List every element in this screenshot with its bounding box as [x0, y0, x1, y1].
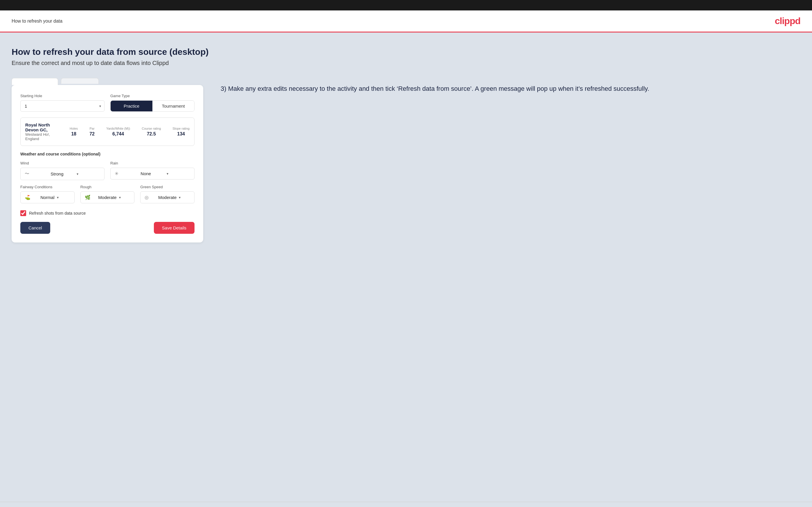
- fairway-select[interactable]: ⛳ Normal ▾: [20, 191, 74, 203]
- course-name-block: Royal North Devon GC, Westward Ho!, Engl…: [25, 122, 58, 141]
- form-card: Starting Hole 1 ▾ Game Type Practice To: [12, 85, 203, 242]
- partial-tab-2: [61, 78, 99, 84]
- course-rating-label: Course rating: [142, 127, 161, 130]
- content-area: Starting Hole 1 ▾ Game Type Practice To: [12, 78, 800, 242]
- cancel-button[interactable]: Cancel: [20, 222, 50, 234]
- rough-icon: 🌿: [85, 194, 96, 200]
- wind-rain-row: Wind 〜 Strong ▾ Rain ✳ None ▾: [20, 161, 195, 180]
- refresh-checkbox-label: Refresh shots from data source: [29, 211, 86, 216]
- holes-label: Holes: [70, 127, 78, 130]
- holes-value: 18: [70, 131, 78, 136]
- slope-rating-value: 134: [172, 131, 190, 136]
- rain-select[interactable]: ✳ None ▾: [110, 168, 195, 179]
- rough-chevron-icon: ▾: [119, 195, 130, 200]
- green-speed-icon: ◎: [145, 194, 156, 200]
- course-name: Royal North Devon GC,: [25, 122, 58, 132]
- green-speed-chevron-icon: ▾: [179, 195, 190, 200]
- par-label: Par: [89, 127, 95, 130]
- starting-hole-select[interactable]: 1: [20, 100, 104, 112]
- fairway-value: Normal: [40, 195, 54, 200]
- rain-chevron-icon: ▾: [167, 172, 190, 176]
- header-title: How to refresh your data: [12, 18, 62, 24]
- footer: Copyright Clippd 2022: [0, 502, 812, 507]
- green-speed-group: Green Speed ◎ Moderate ▾: [140, 185, 195, 203]
- par-stat: Par 72: [89, 127, 95, 136]
- starting-hole-label: Starting Hole: [20, 94, 104, 98]
- fairway-group: Fairway Conditions ⛳ Normal ▾: [20, 185, 74, 203]
- yards-stat: Yards/White (M)) 6,744: [106, 127, 130, 136]
- green-speed-value: Moderate: [158, 195, 176, 200]
- logo: clippd: [775, 16, 800, 26]
- course-rating-stat: Course rating 72.5: [142, 127, 161, 136]
- course-card: Royal North Devon GC, Westward Ho!, Engl…: [20, 117, 195, 146]
- description-text: 3) Make any extra edits necessary to the…: [221, 84, 800, 94]
- refresh-checkbox-row: Refresh shots from data source: [20, 210, 195, 216]
- wind-icon: 〜: [25, 171, 48, 177]
- game-type-buttons: Practice Tournament: [110, 100, 195, 112]
- rough-value: Moderate: [98, 195, 116, 200]
- wind-value: Strong: [51, 171, 74, 176]
- wind-label: Wind: [20, 161, 104, 165]
- rain-label: Rain: [110, 161, 195, 165]
- rough-group: Rough 🌿 Moderate ▾: [81, 185, 135, 203]
- rain-icon: ✳: [115, 171, 138, 176]
- wind-chevron-icon: ▾: [77, 172, 100, 176]
- rough-select[interactable]: 🌿 Moderate ▾: [81, 191, 135, 203]
- form-area: Starting Hole 1 ▾ Game Type Practice To: [12, 78, 203, 242]
- game-type-group: Game Type Practice Tournament: [110, 94, 195, 112]
- starting-hole-game-type-row: Starting Hole 1 ▾ Game Type Practice To: [20, 94, 195, 112]
- slope-rating-stat: Slope rating 134: [172, 127, 190, 136]
- refresh-checkbox[interactable]: [20, 210, 26, 216]
- rough-label: Rough: [81, 185, 135, 189]
- tournament-button[interactable]: Tournament: [152, 101, 194, 111]
- wind-group: Wind 〜 Strong ▾: [20, 161, 104, 180]
- game-type-label: Game Type: [110, 94, 195, 98]
- yards-label: Yards/White (M)): [106, 127, 130, 130]
- course-location: Westward Ho!, England: [25, 132, 58, 141]
- course-info: Royal North Devon GC, Westward Ho!, Engl…: [25, 122, 190, 141]
- rain-value: None: [141, 171, 164, 176]
- par-value: 72: [89, 131, 95, 136]
- conditions-row: Fairway Conditions ⛳ Normal ▾ Rough 🌿 Mo…: [20, 185, 195, 203]
- holes-stat: Holes 18: [70, 127, 78, 136]
- starting-hole-select-wrapper[interactable]: 1 ▾: [20, 100, 104, 112]
- rain-group: Rain ✳ None ▾: [110, 161, 195, 180]
- green-speed-label: Green Speed: [140, 185, 195, 189]
- partial-tab-1: [12, 78, 58, 85]
- course-rating-value: 72.5: [142, 131, 161, 136]
- practice-button[interactable]: Practice: [111, 101, 152, 111]
- save-details-button[interactable]: Save Details: [154, 222, 195, 234]
- fairway-chevron-icon: ▾: [57, 195, 70, 200]
- fairway-icon: ⛳: [25, 194, 38, 200]
- page-subheading: Ensure the correct and most up to date d…: [12, 60, 800, 66]
- peeking-tabs: [12, 78, 203, 85]
- green-speed-select[interactable]: ◎ Moderate ▾: [140, 191, 195, 203]
- wind-select[interactable]: 〜 Strong ▾: [20, 168, 104, 180]
- page-heading: How to refresh your data from source (de…: [12, 47, 800, 57]
- top-bar: [0, 0, 812, 10]
- yards-value: 6,744: [106, 131, 130, 136]
- conditions-section-label: Weather and course conditions (optional): [20, 152, 195, 156]
- starting-hole-group: Starting Hole 1 ▾: [20, 94, 104, 112]
- button-row: Cancel Save Details: [20, 222, 195, 234]
- main-content: How to refresh your data from source (de…: [0, 33, 812, 502]
- header: How to refresh your data clippd: [0, 10, 812, 33]
- slope-rating-label: Slope rating: [172, 127, 190, 130]
- fairway-label: Fairway Conditions: [20, 185, 74, 189]
- description-panel: 3) Make any extra edits necessary to the…: [221, 78, 800, 94]
